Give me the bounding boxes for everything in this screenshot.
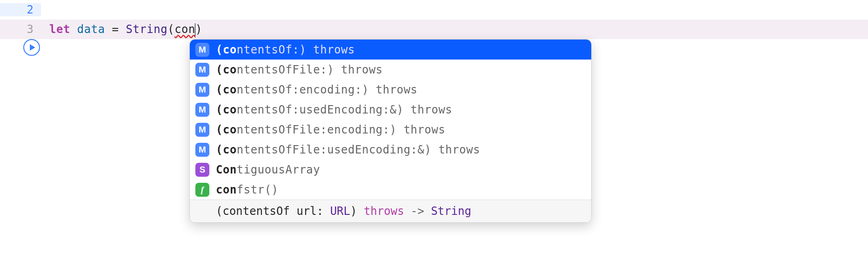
completion-kind-icon: M xyxy=(195,83,209,97)
paren-open: ( xyxy=(167,23,174,36)
completion-item[interactable]: M(contentsOfFile:) throws xyxy=(190,60,591,80)
completion-kind-icon: M xyxy=(195,143,209,157)
completion-rest: ntentsOf:usedEncoding:&) throws xyxy=(237,103,452,116)
completion-detail-footer: (contentsOf url: URL) throws -> String xyxy=(190,200,591,222)
signature-prefix: (contentsOf url: xyxy=(216,205,330,218)
completion-signature: ContiguousArray xyxy=(216,163,320,176)
completion-signature: (contentsOf:) throws xyxy=(216,43,355,56)
completion-signature: (contentsOf:usedEncoding:&) throws xyxy=(216,103,452,116)
completion-kind-icon: M xyxy=(195,63,209,77)
completion-kind-icon: M xyxy=(195,103,209,117)
completion-match: (co xyxy=(216,43,237,56)
completion-rest: tiguousArray xyxy=(237,163,320,176)
completion-kind-icon: f xyxy=(195,183,209,197)
completion-kind-icon: M xyxy=(195,123,209,137)
completion-signature: (contentsOfFile:usedEncoding:&) throws xyxy=(216,143,480,156)
signature-return-type: String xyxy=(431,205,471,218)
completion-match: con xyxy=(216,183,237,196)
line-number: 3 xyxy=(0,23,41,36)
completion-match: Con xyxy=(216,163,237,176)
completion-rest: ntentsOfFile:) throws xyxy=(237,63,383,76)
completion-match: (co xyxy=(216,123,237,136)
play-icon xyxy=(29,44,36,51)
completion-rest: fstr() xyxy=(237,183,279,196)
completion-match: (co xyxy=(216,83,237,96)
signature-throws: throws xyxy=(364,205,404,218)
completion-rest: ntentsOf:encoding:) throws xyxy=(237,83,418,96)
completion-signature: (contentsOf:encoding:) throws xyxy=(216,83,418,96)
completion-list[interactable]: M(contentsOf:) throwsM(contentsOfFile:) … xyxy=(190,40,591,200)
keyword-let: let xyxy=(49,23,70,36)
completion-item[interactable]: M(contentsOfFile:usedEncoding:&) throws xyxy=(190,140,591,160)
completion-signature: (contentsOfFile:) throws xyxy=(216,63,383,76)
editor-line-current: 3 let data = String(con) xyxy=(0,20,868,39)
completion-match: (co xyxy=(216,63,237,76)
signature-param-type: URL xyxy=(330,205,350,218)
completion-item[interactable]: fconfstr() xyxy=(190,180,591,200)
signature-mid: ) xyxy=(350,205,364,218)
signature-arrow: -> xyxy=(404,205,431,218)
code-content[interactable]: let data = String(con) xyxy=(41,23,202,36)
completion-match: (co xyxy=(216,103,237,116)
completion-item[interactable]: M(contentsOfFile:encoding:) throws xyxy=(190,120,591,140)
editor-line: 2 xyxy=(0,0,868,20)
operator-equals: = xyxy=(112,23,126,36)
paren-close: ) xyxy=(195,23,202,36)
completion-item[interactable]: SContiguousArray xyxy=(190,160,591,180)
completion-signature: (contentsOfFile:encoding:) throws xyxy=(216,123,445,136)
completion-item[interactable]: M(contentsOf:encoding:) throws xyxy=(190,80,591,100)
completion-item[interactable]: M(contentsOf:usedEncoding:&) throws xyxy=(190,100,591,120)
typed-text: con xyxy=(174,23,195,36)
line-number: 2 xyxy=(0,3,41,16)
completion-item[interactable]: M(contentsOf:) throws xyxy=(190,40,591,60)
run-button[interactable] xyxy=(23,39,40,56)
completion-signature: confstr() xyxy=(216,183,279,196)
completion-kind-icon: M xyxy=(195,43,209,57)
completion-rest: ntentsOfFile:usedEncoding:&) throws xyxy=(237,143,480,156)
completion-match: (co xyxy=(216,143,237,156)
completion-rest: ntentsOfFile:encoding:) throws xyxy=(237,123,445,136)
autocomplete-popup[interactable]: M(contentsOf:) throwsM(contentsOfFile:) … xyxy=(189,39,592,223)
type-name: String xyxy=(126,23,167,36)
completion-rest: ntentsOf:) throws xyxy=(237,43,355,56)
code-editor[interactable]: 2 3 let data = String(con) M(contentsOf:… xyxy=(0,0,868,39)
variable-name: data xyxy=(70,23,112,36)
completion-kind-icon: S xyxy=(195,163,209,177)
